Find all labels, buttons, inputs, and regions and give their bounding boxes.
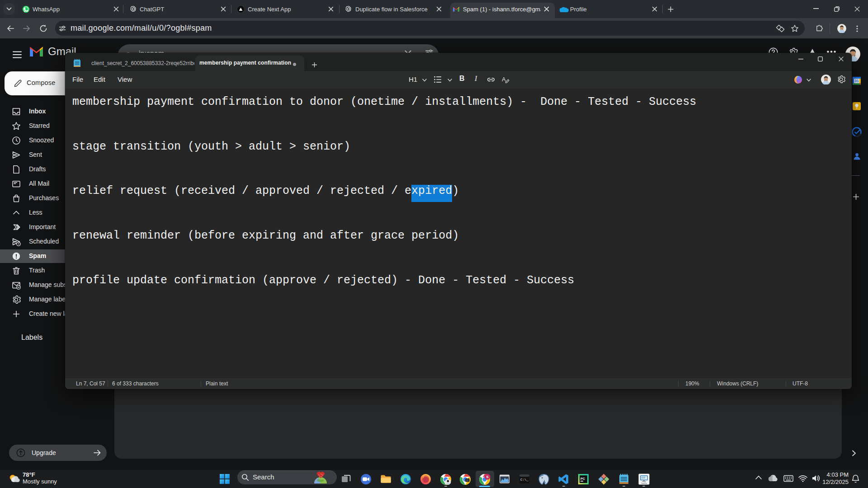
svg-text:GO!: GO!	[642, 477, 646, 479]
svg-text:31: 31	[854, 79, 859, 83]
svg-text:C:\_: C:\_	[520, 478, 529, 482]
svg-text:TaskPro: TaskPro	[641, 483, 647, 484]
svg-text:A: A	[502, 76, 506, 83]
svg-text:S: S	[486, 475, 488, 479]
svg-text:PC: PC	[580, 477, 585, 480]
